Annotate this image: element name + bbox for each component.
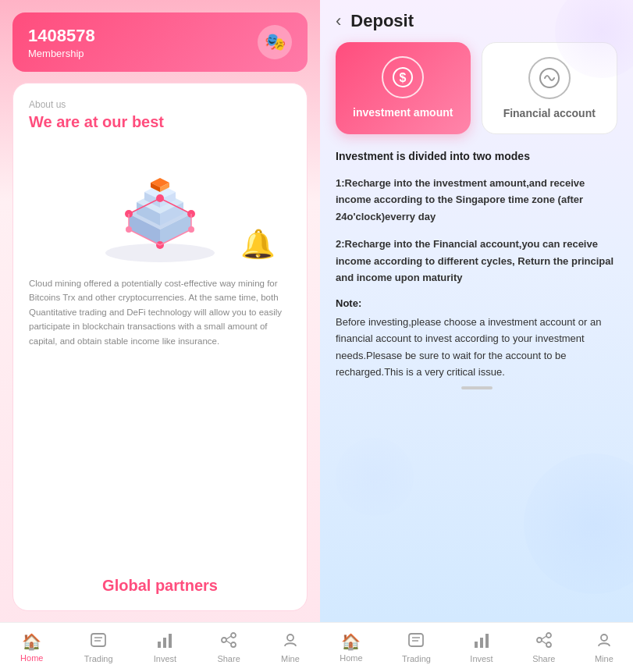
invest-icon-right bbox=[473, 632, 490, 652]
info-item-1: 1:Recharge into the investment amount,an… bbox=[336, 175, 617, 225]
trading-icon-left bbox=[90, 632, 107, 652]
svg-line-34 bbox=[226, 636, 231, 639]
nav-trading-label-right: Trading bbox=[402, 654, 431, 663]
share-icon-right bbox=[535, 632, 553, 652]
info-item-2: 2:Recharge into the Financial account,yo… bbox=[336, 236, 617, 286]
nav-mine-label-left: Mine bbox=[281, 654, 300, 663]
svg-point-33 bbox=[222, 638, 226, 642]
note-section: Note: Before investing,please choose a i… bbox=[336, 297, 617, 381]
left-panel: 1408578 Membership 🎭 About us We are at … bbox=[0, 0, 320, 672]
trading-icon-right bbox=[407, 632, 425, 652]
about-text: Cloud mining offered a potentially cost-… bbox=[29, 276, 291, 348]
right-bottom-nav: 🏠 Home Trading Invest Share Mine bbox=[320, 622, 633, 672]
svg-point-48 bbox=[537, 638, 542, 642]
home-icon-left: 🏠 bbox=[22, 632, 41, 651]
nav-invest-left[interactable]: Invest bbox=[154, 632, 176, 663]
svg-rect-30 bbox=[169, 634, 172, 648]
home-icon-right: 🏠 bbox=[341, 632, 361, 651]
nav-home-label-left: Home bbox=[20, 653, 43, 663]
note-text: Before investing,please choose a investm… bbox=[336, 314, 617, 381]
svg-rect-25 bbox=[91, 634, 105, 646]
svg-rect-40 bbox=[409, 634, 423, 646]
nav-share-left[interactable]: Share bbox=[217, 632, 240, 663]
iso-illustration bbox=[82, 144, 238, 268]
share-icon-left bbox=[220, 632, 237, 652]
about-card: About us We are at our best bbox=[12, 83, 308, 611]
note-label: Note: bbox=[336, 297, 617, 309]
info-heading: Investment is divided into two modes bbox=[336, 150, 617, 162]
nav-trading-label-left: Trading bbox=[84, 654, 113, 663]
global-partners-label: Global partners bbox=[29, 577, 291, 595]
svg-point-31 bbox=[231, 633, 236, 638]
info-section: Investment is divided into two modes 1:R… bbox=[320, 150, 633, 622]
svg-line-49 bbox=[542, 636, 546, 639]
svg-rect-45 bbox=[485, 634, 489, 648]
nav-share-label-right: Share bbox=[532, 654, 555, 663]
nav-home-left[interactable]: 🏠 Home bbox=[20, 632, 43, 663]
mine-icon-left bbox=[282, 632, 299, 652]
svg-text:$: $ bbox=[400, 71, 407, 84]
member-id: 1408578 bbox=[28, 26, 95, 46]
invest-icon-left bbox=[156, 632, 173, 652]
deposit-header: ‹ Deposit bbox=[320, 0, 633, 42]
about-title: We are at our best bbox=[29, 113, 291, 131]
deposit-title: Deposit bbox=[350, 11, 414, 31]
nav-share-label-left: Share bbox=[217, 654, 240, 663]
about-label: About us bbox=[29, 99, 291, 110]
svg-rect-29 bbox=[163, 638, 166, 648]
nav-invest-label-left: Invest bbox=[154, 654, 176, 663]
svg-rect-43 bbox=[475, 642, 478, 648]
nav-share-right[interactable]: Share bbox=[532, 632, 555, 663]
nav-invest-label-right: Invest bbox=[470, 654, 493, 663]
avatar: 🎭 bbox=[258, 25, 292, 59]
mine-icon-right bbox=[596, 632, 613, 652]
financial-account-card[interactable]: Financial account bbox=[482, 42, 618, 134]
nav-home-label-right: Home bbox=[340, 653, 362, 663]
svg-point-32 bbox=[231, 642, 236, 647]
nav-home-right[interactable]: 🏠 Home bbox=[340, 632, 362, 663]
svg-rect-28 bbox=[158, 642, 161, 648]
nav-mine-right[interactable]: Mine bbox=[595, 632, 613, 663]
financial-account-label: Financial account bbox=[503, 107, 596, 119]
svg-point-51 bbox=[601, 635, 607, 641]
nav-trading-left[interactable]: Trading bbox=[84, 632, 113, 663]
investment-amount-card[interactable]: $ investment amount bbox=[336, 42, 471, 134]
nav-mine-label-right: Mine bbox=[595, 654, 613, 663]
investment-amount-icon: $ bbox=[382, 56, 424, 98]
svg-line-50 bbox=[542, 641, 546, 644]
info-text-1: 1:Recharge into the investment amount,an… bbox=[336, 175, 617, 225]
investment-amount-label: investment amount bbox=[353, 106, 453, 119]
info-text-2: 2:Recharge into the Financial account,yo… bbox=[336, 236, 617, 286]
scroll-indicator bbox=[461, 386, 493, 389]
financial-account-icon bbox=[528, 57, 571, 99]
nav-invest-right[interactable]: Invest bbox=[470, 632, 493, 663]
right-panel: ‹ Deposit $ investment amount Financial … bbox=[320, 0, 633, 672]
left-bottom-nav: 🏠 Home Trading Invest Share Mine bbox=[0, 622, 320, 672]
svg-point-46 bbox=[546, 633, 551, 638]
svg-point-47 bbox=[546, 642, 551, 647]
nav-trading-right[interactable]: Trading bbox=[402, 632, 431, 663]
svg-rect-44 bbox=[480, 638, 483, 648]
illustration: 🔔 bbox=[29, 144, 291, 268]
svg-point-36 bbox=[287, 635, 293, 641]
nav-mine-left[interactable]: Mine bbox=[281, 632, 300, 663]
bell-icon: 🔔 bbox=[240, 228, 276, 261]
deposit-options: $ investment amount Financial account bbox=[320, 42, 633, 150]
svg-line-35 bbox=[226, 641, 231, 644]
member-header: 1408578 Membership 🎭 bbox=[12, 12, 308, 72]
member-label: Membership bbox=[28, 48, 95, 59]
back-button[interactable]: ‹ bbox=[336, 11, 341, 31]
